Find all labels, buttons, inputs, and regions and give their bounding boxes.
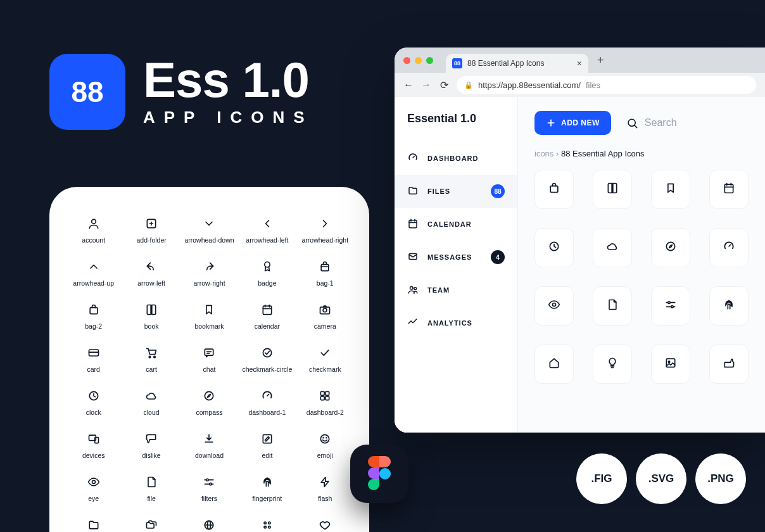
arrow-right-icon [203,260,215,276]
tile-idea[interactable] [593,345,632,384]
add-new-button[interactable]: ADD NEW [534,111,611,135]
svg-rect-7 [263,306,271,314]
analytics-icon [407,317,419,329]
url-path: files [586,80,600,90]
back-button[interactable]: ← [403,79,414,91]
icon-label: emoji [317,452,333,459]
svg-point-32 [321,434,329,443]
tile-book[interactable] [593,170,632,209]
folders-icon-cell: folders [125,519,177,532]
svg-point-69 [553,303,556,307]
sidebar-item-calendar[interactable]: CALENDAR [395,208,517,241]
favicon-icon: 88 [452,58,462,68]
icon-label: clock [86,408,101,416]
icon-label: arrowhead-left [246,236,288,244]
arrowhead-down-icon [203,217,215,232]
close-window-icon[interactable] [403,57,410,64]
search-field[interactable]: Search [626,117,677,129]
tile-bag[interactable] [534,170,574,209]
svg-rect-74 [666,358,674,367]
svg-point-0 [91,219,96,224]
home-icon [548,357,560,372]
sidebar: Essential 1.0 DASHBOARDFILES88CALENDARME… [395,97,518,433]
dashboard-1-icon [261,390,274,405]
tile-bookmark[interactable] [651,170,690,209]
traffic-lights [403,57,433,64]
icon-label: arrowhead-right [302,236,349,244]
arrowhead-up-icon-cell: arrowhead-up [67,260,120,287]
svg-point-54 [410,287,414,290]
svg-point-72 [668,301,670,303]
svg-point-20 [263,348,271,357]
url-field[interactable]: 🔒 https://app.88essential.com/files [457,76,756,94]
tile-dashboard[interactable] [709,228,749,267]
icon-label: checkmark [309,365,341,373]
breadcrumb-root[interactable]: icons [534,149,553,158]
tile-eye[interactable] [534,286,574,326]
bookmark-icon [203,303,215,319]
mail-icon [407,251,419,263]
tile-like[interactable] [709,345,749,384]
svg-point-45 [269,522,270,524]
tile-fingerprint[interactable] [709,286,749,326]
like-icon [723,357,735,372]
download-icon [203,433,215,448]
file-icon [145,476,158,491]
reload-button[interactable]: ⟳ [439,79,449,91]
new-tab-button[interactable]: + [597,54,604,67]
svg-rect-17 [205,349,213,355]
icon-label: account [82,236,105,244]
svg-rect-28 [326,396,329,400]
icon-label: camera [314,322,336,330]
icon-label: checkmark-circle [243,365,293,373]
svg-point-55 [414,288,417,290]
breadcrumb-current: 88 Essential App Icons [561,149,645,158]
sidebar-item-dashboard[interactable]: DASHBOARD [395,142,517,175]
icon-label: bookmark [194,322,224,330]
eye-icon [87,476,100,491]
bag-1-icon [319,260,331,276]
card-icon-cell: card [67,346,120,373]
add-new-label: ADD NEW [561,118,600,127]
brand-title: Ess 1.0 [143,56,313,103]
cloud-icon [145,390,158,405]
arrowhead-down-icon-cell: arrowhead-down [183,217,236,244]
forward-button[interactable]: → [421,79,431,91]
team-icon [407,284,419,296]
icon-label: calendar [255,322,280,330]
browser-tab[interactable]: 88 88 Essential App Icons × [446,54,588,73]
tile-calendar[interactable] [709,170,749,209]
sidebar-item-analytics[interactable]: ANALYTICS [395,307,517,339]
tile-image[interactable] [651,345,690,384]
tile-cloud[interactable] [593,228,632,267]
close-tab-icon[interactable]: × [577,58,582,68]
tile-file[interactable] [593,286,632,326]
svg-line-48 [413,156,414,158]
emoji-icon [319,433,331,448]
sidebar-item-messages[interactable]: MESSAGES4 [395,241,517,274]
tile-clock[interactable] [534,228,574,267]
emoji-icon-cell: emoji [299,433,351,459]
book-icon [606,182,619,197]
maximize-window-icon[interactable] [426,57,433,64]
eye-icon [548,298,560,314]
card-icon [87,346,100,362]
app-content: Essential 1.0 DASHBOARDFILES88CALENDARME… [395,97,765,433]
globe-icon-cell: globe [183,519,236,532]
book-icon-cell: book [125,303,177,330]
tile-home[interactable] [534,345,574,384]
svg-point-76 [379,468,391,479]
tile-compass[interactable] [651,228,690,267]
grid-icon [261,519,274,532]
sidebar-item-team[interactable]: TEAM [395,274,517,307]
dislike-icon [145,433,158,448]
account-icon-cell: account [67,217,120,244]
tile-filters[interactable] [651,286,690,326]
flash-icon-cell: flash [299,476,351,502]
sidebar-item-files[interactable]: FILES88 [395,175,517,208]
calendar-icon-cell: calendar [241,303,293,330]
icon-label: eye [88,495,99,502]
svg-rect-27 [321,396,325,400]
svg-point-22 [205,391,213,400]
minimize-window-icon[interactable] [415,57,422,64]
